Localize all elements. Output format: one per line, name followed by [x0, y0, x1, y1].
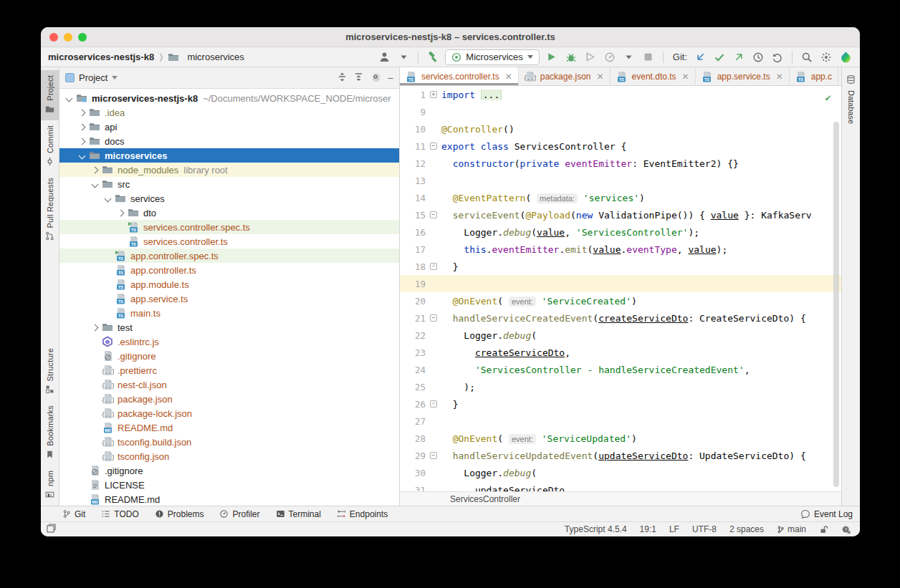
toolwindow-button-pull-requests[interactable]: Pull Requests — [41, 173, 59, 247]
user-icon[interactable] — [377, 50, 391, 64]
settings-gear-icon[interactable] — [370, 72, 380, 84]
tree-item[interactable]: {..}package-lock.json — [59, 406, 399, 420]
fold-gutter[interactable]: ˄ — [426, 400, 441, 408]
tree-item[interactable]: node_moduleslibrary root — [59, 163, 399, 177]
code-line[interactable]: 27 — [400, 413, 841, 430]
editor-breadcrumb[interactable]: ServicesController — [450, 494, 520, 504]
run-configuration-select[interactable]: Microservices — [445, 49, 539, 65]
close-tab-icon[interactable]: ✕ — [776, 72, 783, 82]
status-item[interactable]: LF — [669, 524, 679, 534]
editor-tab[interactable]: TSapp.c — [790, 67, 838, 85]
stop-icon[interactable] — [641, 50, 656, 64]
hammer-icon[interactable] — [426, 50, 440, 64]
code-line[interactable]: 30 Logger.debug( — [400, 464, 841, 481]
project-view-dropdown-icon[interactable] — [112, 76, 118, 79]
tree-item[interactable]: test — [59, 320, 399, 334]
code-line[interactable]: 22 Logger.debug( — [400, 327, 841, 344]
tree-item[interactable]: microservices-nestjs-k8~/Documents/WORKS… — [59, 91, 399, 105]
fold-gutter[interactable]: − — [426, 211, 441, 218]
breadcrumb[interactable]: microservices-nestjs-k8 ❭ microservices — [48, 52, 244, 63]
search-icon[interactable] — [800, 50, 814, 64]
fold-minus-icon[interactable]: − — [430, 452, 437, 459]
code-line[interactable]: 31 updateServiceDto, — [400, 481, 841, 491]
tree-item[interactable]: docs — [59, 134, 399, 148]
chevron-down-icon[interactable] — [66, 95, 73, 102]
expand-all-icon[interactable] — [338, 72, 347, 84]
tree-item[interactable]: {..}.prettierrc — [59, 363, 399, 377]
reader-mode-icon[interactable]: ? — [841, 525, 851, 534]
tree-item[interactable]: {..}nest-cli.json — [59, 377, 399, 392]
hide-panel-icon[interactable]: − — [388, 74, 393, 82]
debug-icon[interactable] — [564, 50, 578, 64]
project-panel-title[interactable]: Project — [79, 72, 107, 83]
editor-scrollbar[interactable] — [833, 122, 839, 487]
code-line[interactable]: 28 @OnEvent( event: 'ServiceUpdated') — [400, 430, 841, 447]
code-line[interactable]: 20 @OnEvent( event: 'ServiceCreated') — [400, 292, 841, 309]
close-tab-icon[interactable]: ✕ — [596, 72, 603, 82]
status-item[interactable]: 2 spaces — [729, 524, 764, 534]
fold-end-icon[interactable]: ˄ — [430, 263, 437, 270]
toolwindow-button-structure[interactable]: Structure — [41, 343, 59, 400]
toolwindow-button-problems[interactable]: Problems — [155, 509, 204, 519]
tree-item[interactable]: LICENSE — [59, 478, 399, 492]
gradient-icon[interactable] — [838, 50, 853, 64]
toolwindow-button-terminal[interactable]: Terminal — [276, 509, 321, 519]
run-icon[interactable] — [545, 50, 559, 64]
code-line[interactable]: 19 — [400, 275, 841, 292]
toolwindow-button-project[interactable]: Project — [41, 70, 59, 120]
tree-item[interactable]: .idea — [59, 105, 399, 120]
tree-item[interactable]: dto — [59, 206, 399, 220]
code-editor[interactable]: 1+import ...910@Controller()11−export cl… — [400, 86, 841, 491]
fold-minus-icon[interactable]: − — [430, 314, 437, 322]
tree-item[interactable]: TSapp.controller.ts — [59, 263, 399, 277]
fold-minus-icon[interactable]: − — [430, 211, 437, 218]
code-line[interactable]: 11−export class ServicesController { — [400, 138, 841, 155]
code-line[interactable]: 12 constructor(private eventEmitter: Eve… — [400, 155, 841, 172]
code-line[interactable]: 18˄ } — [400, 258, 841, 275]
settings-icon[interactable] — [819, 50, 833, 64]
code-line[interactable]: 24 'ServicesController - handleServiceCr… — [400, 361, 841, 378]
code-line[interactable]: 10@Controller() — [400, 120, 841, 138]
code-line[interactable]: 23 createServiceDto, — [400, 344, 841, 361]
chevron-right-icon[interactable] — [118, 209, 125, 216]
lock-icon[interactable] — [819, 525, 828, 534]
tree-item[interactable]: {..}package.json — [59, 392, 399, 406]
code-line[interactable]: 15− serviceEvent(@Payload(new Validation… — [400, 206, 841, 223]
chevron-right-icon[interactable] — [79, 138, 86, 145]
close-tab-icon[interactable]: ✕ — [682, 72, 689, 82]
rollback-icon[interactable] — [770, 50, 785, 64]
status-item[interactable]: 19:1 — [640, 524, 656, 534]
code-line[interactable]: 13 — [400, 172, 841, 189]
zoom-window-button[interactable] — [78, 33, 87, 42]
toolwindow-button-todo[interactable]: TODO — [101, 509, 138, 519]
tree-item[interactable]: {..}tsconfig.build.json — [59, 435, 399, 449]
code-line[interactable]: 14 @EventPattern( metadata: 'services') — [400, 189, 841, 206]
editor-tab[interactable]: TSapp.service.ts✕ — [696, 67, 790, 85]
inspection-ok-icon[interactable]: ✔ — [825, 92, 831, 103]
history-icon[interactable] — [751, 50, 765, 64]
code-line[interactable]: 9 — [400, 103, 841, 120]
breadcrumb-folder[interactable]: microservices — [187, 52, 244, 62]
event-log-button[interactable]: Event Log — [801, 509, 853, 519]
fold-end-icon[interactable]: ˄ — [430, 400, 437, 408]
editor-tab[interactable]: TSservices.controller.ts✕ — [400, 67, 519, 85]
fold-gutter[interactable]: − — [426, 314, 441, 322]
toolwindow-toggle-icon[interactable] — [47, 524, 56, 535]
code-line[interactable]: 26˄ } — [400, 395, 841, 413]
tree-item[interactable]: TSservices.controller.spec.ts — [59, 220, 399, 234]
status-item[interactable]: TypeScript 4.5.4 — [565, 524, 627, 534]
code-line[interactable]: 21− handleServiceCreatedEvent(createServ… — [400, 309, 841, 327]
tree-item[interactable]: TSmain.ts — [59, 306, 399, 320]
tree-item[interactable]: src — [59, 177, 399, 191]
coverage-icon[interactable] — [583, 50, 598, 64]
chevron-down-icon[interactable] — [79, 152, 86, 159]
chevron-right-icon[interactable] — [79, 109, 86, 116]
fold-plus-icon[interactable]: + — [430, 91, 437, 98]
toolwindow-button-git[interactable]: Git — [62, 509, 85, 519]
editor-tab[interactable]: TSevent.dto.ts✕ — [611, 67, 696, 85]
chevron-right-icon[interactable] — [79, 123, 86, 130]
tree-item[interactable]: .eslintrc.js — [59, 334, 399, 349]
tree-item[interactable]: services — [59, 191, 399, 206]
git-commit-icon[interactable] — [712, 50, 727, 64]
code-line[interactable]: 25 ); — [400, 378, 841, 395]
